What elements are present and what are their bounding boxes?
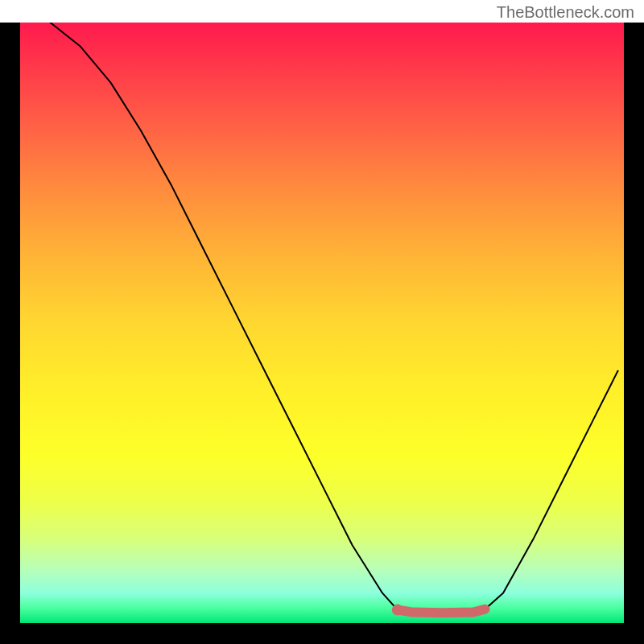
- marker-dot: [392, 605, 403, 616]
- bottleneck-curve: [51, 23, 618, 613]
- highlight-segment: [398, 609, 485, 613]
- chart-svg: [20, 23, 624, 623]
- chart-outer-frame: [0, 23, 644, 644]
- plot-area: [20, 23, 624, 623]
- watermark-text: TheBottleneck.com: [497, 3, 634, 22]
